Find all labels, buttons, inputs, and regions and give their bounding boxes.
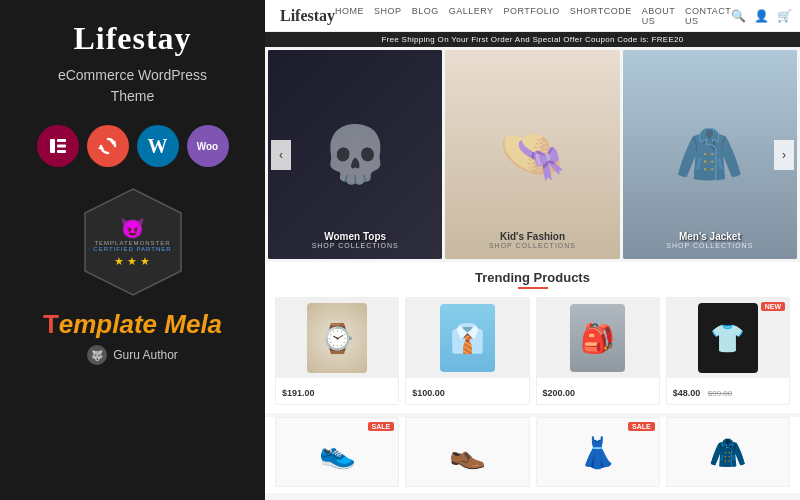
template-rest: emplate [59,309,157,339]
slide-men-subtitle: SHOP COLLECTIONS [623,242,797,249]
bottom-product-1: SALE 👟 [275,417,399,487]
nav-contact[interactable]: CONTACT US [685,6,731,26]
slide-men-label: Men's Jacket SHOP COLLECTIONS [623,231,797,249]
product-shirt: 👔 $100.00 [405,297,529,405]
trending-section: Trending Products ⌚ $191.00 👔 $100.00 [265,262,800,413]
bottom-product-1-icon: 👟 [319,435,356,470]
elementor-badge [37,125,79,167]
nav-about[interactable]: ABOUT US [642,6,675,26]
product-watch-img: ⌚ [276,298,398,378]
hero-slide-men: 🧥 Men's Jacket SHOP COLLECTIONS [623,50,797,259]
slide-women-subtitle: SHOP COLLECTIONS [268,242,442,249]
site-logo: Lifestay [280,7,335,25]
sale-badge-3: SALE [628,422,655,431]
bottom-product-4: 🧥 [666,417,790,487]
product-bag-img: 🎒 [537,298,659,378]
watch-icon-area: ⌚ [307,303,367,373]
shirt-info: $100.00 [406,378,528,404]
svg-rect-3 [57,150,66,153]
slide-kids-label: Kid's Fashion SHOP COLLECTIONS [445,231,619,249]
bottom-product-2: 👞 [405,417,529,487]
svg-rect-0 [50,139,55,153]
shirt-icon-area: 👔 [440,304,495,372]
nav-gallery[interactable]: GALLERY [449,6,494,26]
template-mela-logo: Template Mela [43,309,222,340]
stars-row: ★ ★ ★ [88,255,177,268]
sweater-old-price: $99.00 [708,389,732,398]
nav-shortcode[interactable]: SHORTCODE [570,6,632,26]
nav-home[interactable]: HOME [335,6,364,26]
slide-men-title: Men's Jacket [623,231,797,242]
star-2: ★ [127,255,137,268]
svg-marker-5 [98,145,104,149]
star-3: ★ [140,255,150,268]
products-grid: ⌚ $191.00 👔 $100.00 🎒 [275,297,790,405]
bag-price: $200.00 [543,388,576,398]
watch-price: $191.00 [282,388,315,398]
nav-menu: HOME SHOP BLOG GALLERY PORTFOLIO SHORTCO… [335,6,731,26]
bottom-product-2-icon: 👞 [449,435,486,470]
svg-rect-1 [57,139,66,142]
left-panel: Lifestay eCommerce WordPressTheme W Woo [0,0,265,500]
product-watch: ⌚ $191.00 [275,297,399,405]
bag-info: $200.00 [537,378,659,404]
user-icon[interactable]: 👤 [754,9,769,23]
shirt-price: $100.00 [412,388,445,398]
wordpress-badge: W [137,125,179,167]
hero-next-button[interactable]: › [774,140,794,170]
bottom-product-3-icon: 👗 [579,435,616,470]
hex-shape: 😈 TemplateMonster · CERTIFIED PARTNER · … [83,187,183,297]
nav-portfolio[interactable]: PORTFOLIO [504,6,560,26]
search-icon[interactable]: 🔍 [731,9,746,23]
bottom-products-row: SALE 👟 👞 SALE 👗 🧥 [265,417,800,493]
hero-slide-kids: 👒 Kid's Fashion SHOP COLLECTIONS [445,50,619,259]
promo-bar: Free Shipping On Your First Order And Sp… [265,32,800,47]
product-shirt-img: 👔 [406,298,528,378]
product-sweater: NEW 👕 $48.00 $99.00 [666,297,790,405]
trending-divider [518,287,548,289]
sweater-info: $48.00 $99.00 [667,378,789,404]
certified-text: · CERTIFIED PARTNER · [88,246,177,252]
nav-blog[interactable]: BLOG [412,6,439,26]
product-bag: 🎒 $200.00 [536,297,660,405]
guru-icon: 🐺 [87,345,107,365]
template-t: T [43,309,59,339]
nav-actions: 🔍 👤 🛒 [731,9,792,23]
new-badge: NEW [761,302,785,311]
slide-kids-subtitle: SHOP COLLECTIONS [445,242,619,249]
brand-subtitle: eCommerce WordPressTheme [58,65,207,107]
right-panel: Lifestay HOME SHOP BLOG GALLERY PORTFOLI… [265,0,800,500]
cart-icon[interactable]: 🛒 [777,9,792,23]
hex-content: 😈 TemplateMonster · CERTIFIED PARTNER · … [88,216,177,268]
bottom-product-3: SALE 👗 [536,417,660,487]
sweater-price: $48.00 [673,388,701,398]
svg-rect-2 [57,145,66,148]
hero-section: ‹ 💀 Women Tops SHOP COLLECTIONS 👒 Kid's … [265,47,800,262]
site-header: Lifestay HOME SHOP BLOG GALLERY PORTFOLI… [265,0,800,32]
nav-shop[interactable]: SHOP [374,6,402,26]
sale-badge-1: SALE [368,422,395,431]
mela-text: Mela [164,309,222,339]
template-monster-badge: 😈 TemplateMonster · CERTIFIED PARTNER · … [83,187,183,297]
monster-icon: 😈 [88,216,177,240]
bag-icon-area: 🎒 [570,304,625,372]
watch-info: $191.00 [276,378,398,404]
bottom-product-4-icon: 🧥 [709,435,746,470]
star-1: ★ [114,255,124,268]
guru-author-row: 🐺 Guru Author [87,345,178,365]
nav-list: HOME SHOP BLOG GALLERY PORTFOLIO SHORTCO… [335,6,731,26]
woo-badge: Woo [187,125,229,167]
sweater-icon-area: 👕 [698,303,758,373]
brand-title: Lifestay [73,20,191,57]
hero-slide-women: 💀 Women Tops SHOP COLLECTIONS [268,50,442,259]
slide-women-title: Women Tops [268,231,442,242]
trending-title: Trending Products [275,270,790,285]
refresh-badge [87,125,129,167]
slide-women-label: Women Tops SHOP COLLECTIONS [268,231,442,249]
plugin-badges-row: W Woo [37,125,229,167]
guru-author-label: Guru Author [113,348,178,362]
slide-kids-title: Kid's Fashion [445,231,619,242]
hero-prev-button[interactable]: ‹ [271,140,291,170]
